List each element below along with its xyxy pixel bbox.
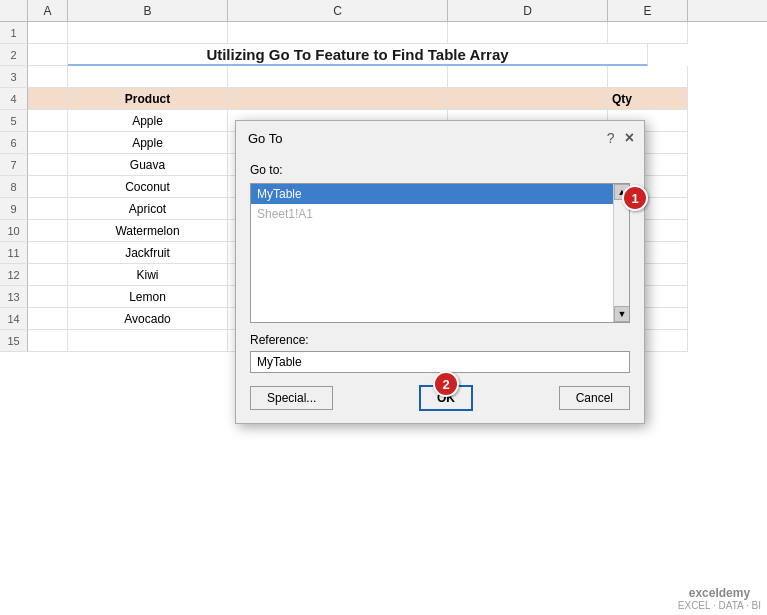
titlebar-icons: ? × [607, 129, 634, 147]
goto-list-item-sheet1[interactable]: Sheet1!A1 [251, 204, 629, 224]
goto-dialog: Go To ? × Go to: MyTable Sheet1!A1 ▲ [235, 120, 645, 424]
dialog-close-icon[interactable]: × [625, 129, 634, 147]
step2-badge: 2 [433, 371, 459, 397]
reference-input[interactable] [250, 351, 630, 373]
goto-list-item-mytable[interactable]: MyTable [251, 184, 629, 204]
reference-label: Reference: [250, 333, 630, 347]
scrollbar-down-button[interactable]: ▼ [614, 306, 630, 322]
special-button[interactable]: Special... [250, 386, 333, 410]
dialog-title: Go To [248, 131, 282, 146]
goto-list[interactable]: MyTable Sheet1!A1 ▲ ▼ [250, 183, 630, 323]
dialog-overlay: Go To ? × Go to: MyTable Sheet1!A1 ▲ [0, 0, 767, 615]
dialog-titlebar: Go To ? × [236, 121, 644, 153]
step1-badge: 1 [622, 185, 648, 211]
dialog-buttons: Special... 2 OK Cancel [250, 385, 630, 411]
spreadsheet: A B C D E 1 2 3 4 5 6 7 8 9 10 11 12 13 … [0, 0, 767, 615]
cancel-button[interactable]: Cancel [559, 386, 630, 410]
dialog-body: Go to: MyTable Sheet1!A1 ▲ ▼ 1 Reference… [236, 153, 644, 423]
dialog-help-icon[interactable]: ? [607, 130, 615, 146]
goto-label: Go to: [250, 163, 630, 177]
